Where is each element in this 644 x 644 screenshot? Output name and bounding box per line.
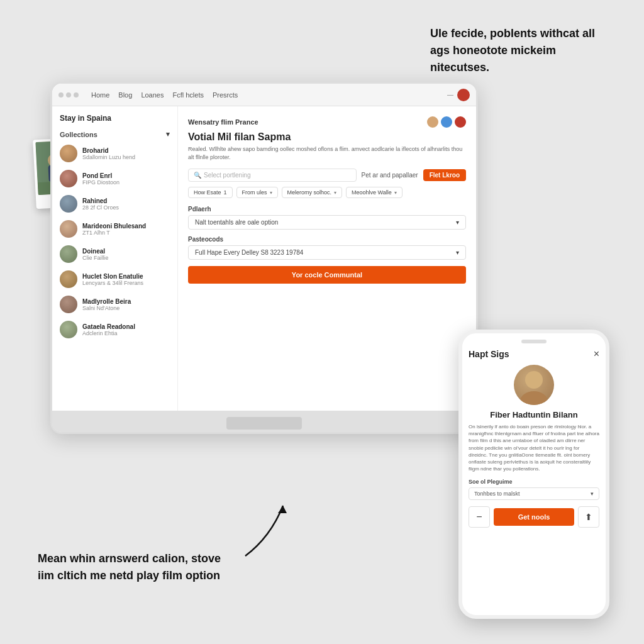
filter-from-label: From ules	[242, 189, 267, 196]
laptop-screen: Home Blog Loanes Fcfl hclets Presrcts — …	[52, 84, 476, 411]
sidebar-item-name-6: Huclet Slon Enatulie	[82, 273, 170, 280]
sidebar-avatar-2	[60, 170, 77, 187]
sidebar-item-info-7: Madlyrolle Beira Salni Nd'Atone	[82, 298, 170, 311]
sidebar-item[interactable]: Doineal Clie Faillie	[52, 242, 177, 267]
sidebar-item[interactable]: Marideoni Bhulesand ZT1 Alhn T	[52, 216, 177, 242]
laptop-trackpad	[226, 417, 302, 430]
sidebar-item-name-8: Gataela Readonal	[82, 323, 170, 330]
field2-chevron: ▾	[456, 249, 459, 256]
nav-loanes[interactable]: Loanes	[141, 91, 164, 99]
sidebar-item-sub-2: FIPG Diostoon	[82, 179, 170, 186]
sidebar-item-info-6: Huclet Slon Enatulie Lencyars & 34lil Fr…	[82, 273, 170, 286]
filter-row: How Esate 1 From ules ▾ Meleromy solhoc.…	[188, 187, 466, 198]
svg-point-8	[525, 371, 543, 389]
sidebar-item-sub-5: Clie Faillie	[82, 255, 170, 261]
field1-chevron: ▾	[456, 219, 459, 226]
sidebar: Stay in Spaina Gollections ▾ Broharid Sd…	[52, 106, 178, 411]
filter-meo-label: Meoohlve Walle	[352, 189, 392, 196]
sidebar-section-header: Gollections ▾	[52, 128, 177, 141]
sidebar-item[interactable]: Broharid Sdallomin Luzu hend	[52, 141, 177, 166]
sidebar-item-sub-3: 28 2f Cl Oroes	[82, 204, 170, 211]
nav-ffl[interactable]: Fcfl hclets	[172, 91, 204, 99]
phone-select-value: Tonhbes to malskt	[474, 491, 520, 497]
cta-button[interactable]: Yor cocle Communtal	[188, 266, 466, 284]
field2-select[interactable]: Full Hape Every Delley S8 3223 19784 ▾	[188, 245, 466, 260]
filter-meo[interactable]: Meoohlve Walle ▾	[346, 187, 402, 198]
sidebar-item-name-5: Doineal	[82, 248, 170, 255]
sidebar-title: Stay in Spaina	[52, 114, 177, 128]
search-right-text: Pet ar and papallaer	[362, 172, 418, 179]
search-icon: 🔍	[194, 172, 201, 179]
sidebar-item[interactable]: Rahined 28 2f Cl Oroes	[52, 191, 177, 216]
filter-memory[interactable]: Meleromy solhoc. ▾	[282, 187, 343, 198]
search-box[interactable]: 🔍 Select portlening	[188, 169, 357, 182]
browser-user-avatar	[457, 89, 470, 101]
main-header: Wensatry flim Prance	[188, 118, 258, 126]
header-avatar-3	[455, 116, 466, 128]
search-button[interactable]: Flet Lkroo	[423, 169, 466, 181]
browser-dots	[58, 92, 79, 97]
sidebar-item[interactable]: Madlyrolle Beira Salni Nd'Atone	[52, 292, 177, 317]
phone-minus-button[interactable]: −	[469, 506, 490, 528]
browser-dot-2	[66, 92, 71, 97]
phone-person-name: Fiber Hadtuntin Bilann	[469, 410, 599, 419]
sidebar-item-name-2: Pond Enrl	[82, 172, 170, 179]
header-avatar-1	[427, 116, 438, 128]
phone-share-button[interactable]: ⬆	[578, 506, 599, 528]
sidebar-avatar-7	[60, 296, 77, 313]
sidebar-avatar-6	[60, 270, 77, 288]
laptop-base	[52, 411, 476, 434]
phone-person-avatar	[514, 365, 554, 405]
sidebar-item-info-2: Pond Enrl FIPG Diostoon	[82, 172, 170, 186]
annotation-top: Ule fecide, poblents withcat all ags hon…	[430, 25, 606, 76]
laptop: Home Blog Loanes Fcfl hclets Presrcts — …	[50, 82, 478, 434]
sidebar-item[interactable]: Huclet Slon Enatulie Lencyars & 34lil Fr…	[52, 267, 177, 292]
sidebar-avatar-1	[60, 145, 77, 162]
nav-blog[interactable]: Blog	[118, 91, 132, 99]
browser-dot-3	[74, 92, 79, 97]
main-content: Wensatry flim Prance Votial Mil filan Sa…	[178, 106, 476, 411]
sidebar-avatar-8	[60, 321, 77, 338]
phone-actions: − Get nools ⬆	[469, 506, 599, 528]
header-avatar-2	[441, 116, 452, 128]
field1-select[interactable]: Nalt toentahls alre oale option ▾	[188, 215, 466, 230]
sidebar-section-chevron[interactable]: ▾	[166, 130, 170, 138]
filter-memory-label: Meleromy solhoc.	[287, 189, 332, 196]
phone-select-chevron: ▾	[591, 491, 594, 497]
sidebar-item-sub-7: Salni Nd'Atone	[82, 305, 170, 311]
sidebar-item-name-4: Marideoni Bhulesand	[82, 223, 170, 230]
sidebar-item-sub-4: ZT1 Alhn T	[82, 230, 170, 236]
main-title: Votial Mil filan Sapma	[188, 131, 466, 143]
phone: Hapt Sigs × Fiber Hadtuntin Bilann On ls…	[458, 330, 609, 619]
filter-from[interactable]: From ules ▾	[236, 187, 278, 198]
field1-label: Pdlaerh	[188, 206, 466, 213]
phone-select[interactable]: Tonhbes to malskt ▾	[469, 487, 599, 500]
browser-nav: Home Blog Loanes Fcfl hclets Presrcts	[85, 91, 441, 99]
filter-memory-chevron: ▾	[334, 190, 336, 196]
svg-marker-1	[278, 506, 287, 513]
filter-from-chevron: ▾	[270, 190, 272, 196]
search-row: 🔍 Select portlening Pet ar and papallaer…	[188, 169, 466, 182]
phone-select-label: Soe ol Pleguime	[469, 479, 599, 485]
arrow-bottom-icon	[233, 499, 296, 562]
browser-chrome: Home Blog Loanes Fcfl hclets Presrcts —	[52, 84, 476, 106]
browser-dot-1	[58, 92, 64, 97]
phone-get-button[interactable]: Get nools	[494, 508, 574, 526]
svg-point-9	[520, 391, 548, 405]
sidebar-item-name-7: Madlyrolle Beira	[82, 298, 170, 305]
sidebar-item[interactable]: Pond Enrl FIPG Diostoon	[52, 166, 177, 191]
app-layout: Stay in Spaina Gollections ▾ Broharid Sd…	[52, 106, 476, 411]
sidebar-item-name-1: Broharid	[82, 147, 170, 154]
filter-estate-value: 1	[224, 189, 227, 196]
sidebar-avatar-5	[60, 245, 77, 263]
filter-estate[interactable]: How Esate 1	[188, 187, 233, 198]
phone-header: Hapt Sigs ×	[469, 348, 599, 360]
sidebar-item-info-8: Gataela Readonal Adclerin Ehtia	[82, 323, 170, 336]
phone-title: Hapt Sigs	[469, 349, 509, 359]
nav-home[interactable]: Home	[91, 91, 109, 99]
header-avatars	[427, 116, 466, 128]
nav-presrcts[interactable]: Presrcts	[213, 91, 238, 99]
filter-estate-label: How Esate	[194, 189, 221, 196]
sidebar-item[interactable]: Gataela Readonal Adclerin Ehtia	[52, 317, 177, 342]
close-icon[interactable]: ×	[594, 348, 599, 360]
